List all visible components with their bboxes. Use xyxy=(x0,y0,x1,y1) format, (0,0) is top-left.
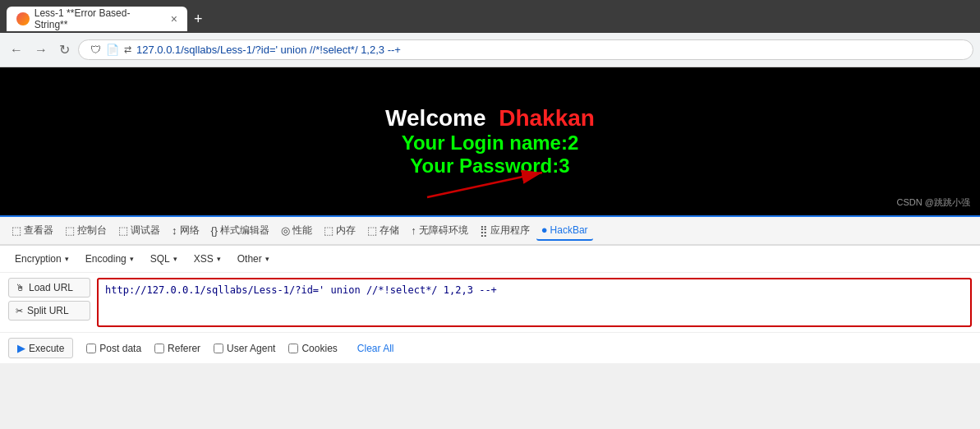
sql-dropdown-icon: ▾ xyxy=(173,255,177,263)
network-label: 网络 xyxy=(180,224,200,238)
refresh-button[interactable]: ↻ xyxy=(56,39,73,61)
devtools-debugger[interactable]: ⬚ 调试器 xyxy=(113,220,165,241)
xss-dropdown-icon: ▾ xyxy=(217,255,221,263)
post-data-label: Post data xyxy=(99,343,141,354)
user-agent-checkbox[interactable] xyxy=(214,344,223,353)
debugger-label: 调试器 xyxy=(131,224,160,238)
split-url-button[interactable]: ✂ Split URL xyxy=(8,301,90,321)
hackbar-panel: Encryption ▾ Encoding ▾ SQL ▾ XSS ▾ Othe… xyxy=(0,245,980,363)
devtools-bar: ⬚ 查看器 ⬚ 控制台 ⬚ 调试器 ↕ 网络 {} 样式编辑器 ◎ 性能 ⬚ 内… xyxy=(0,215,980,245)
referer-checkbox[interactable] xyxy=(154,344,164,353)
execute-play-icon: ▶ xyxy=(17,342,25,354)
split-url-label: Split URL xyxy=(27,305,69,316)
encoding-menu[interactable]: Encoding ▾ xyxy=(79,251,140,267)
sql-menu[interactable]: SQL ▾ xyxy=(144,251,184,267)
style-icon: {} xyxy=(211,224,219,237)
devtools-memory[interactable]: ⬚ 内存 xyxy=(319,220,361,241)
debugger-icon: ⬚ xyxy=(118,224,128,237)
hackbar-label: HackBar xyxy=(550,224,588,236)
url-display: 127.0.0.1/sqllabs/Less-1/?id=' union //*… xyxy=(136,44,961,56)
performance-icon: ◎ xyxy=(281,224,290,237)
console-label: 控制台 xyxy=(77,224,107,238)
load-url-icon: 🖱 xyxy=(16,283,25,293)
page-icon: 📄 xyxy=(106,44,119,56)
storage-icon: ⬚ xyxy=(367,224,377,237)
web-content-area: Welcome Dhakkan Your Login name:2 Your P… xyxy=(0,67,980,215)
tab-close-button[interactable]: × xyxy=(171,12,177,25)
devtools-accessibility[interactable]: ↑ 无障碍环境 xyxy=(406,220,473,241)
application-label: 应用程序 xyxy=(490,224,530,238)
accessibility-icon: ↑ xyxy=(411,224,416,237)
back-button[interactable]: ← xyxy=(7,39,26,61)
other-label: Other xyxy=(237,253,262,265)
application-icon: ⣿ xyxy=(480,224,488,237)
execute-label: Execute xyxy=(29,343,64,354)
encryption-label: Encryption xyxy=(15,253,62,265)
hackbar-dot-icon: ● xyxy=(541,224,548,236)
user-agent-checkbox-label[interactable]: User Agent xyxy=(214,343,275,354)
cookies-checkbox[interactable] xyxy=(288,344,298,353)
split-url-icon: ✂ xyxy=(16,306,23,316)
referer-checkbox-label[interactable]: Referer xyxy=(154,343,200,354)
reader-icon: ⇄ xyxy=(124,44,131,55)
security-shield-icon: 🛡 xyxy=(90,44,101,56)
clear-all-button[interactable]: Clear All xyxy=(357,343,394,354)
referer-label: Referer xyxy=(168,343,200,354)
nav-bar: ← → ↻ 🛡 📄 ⇄ 127.0.0.1/sqllabs/Less-1/?id… xyxy=(0,33,980,67)
post-data-checkbox-label[interactable]: Post data xyxy=(86,343,141,354)
welcome-label: Welcome xyxy=(385,105,485,131)
storage-label: 存储 xyxy=(380,224,399,238)
memory-label: 内存 xyxy=(336,224,356,238)
devtools-storage[interactable]: ⬚ 存储 xyxy=(362,220,404,241)
csdn-watermark: CSDN @跳跳小强 xyxy=(897,196,970,209)
memory-icon: ⬚ xyxy=(324,224,334,237)
browser-tab[interactable]: Less-1 **Error Based- String** × xyxy=(7,7,187,31)
accessibility-label: 无障碍环境 xyxy=(419,224,468,238)
devtools-performance[interactable]: ◎ 性能 xyxy=(276,220,317,241)
post-data-checkbox[interactable] xyxy=(86,344,96,353)
hackbar-footer: ▶ Execute Post data Referer User Agent C… xyxy=(0,332,980,363)
encoding-dropdown-icon: ▾ xyxy=(130,255,134,263)
xss-menu[interactable]: XSS ▾ xyxy=(187,251,228,267)
login-name: Your Login name:2 xyxy=(385,131,595,155)
welcome-message: Welcome Dhakkan Your Login name:2 Your P… xyxy=(385,105,595,178)
hackbar-toolbar: Encryption ▾ Encoding ▾ SQL ▾ XSS ▾ Othe… xyxy=(0,246,980,273)
user-agent-label: User Agent xyxy=(227,343,275,354)
sql-label: SQL xyxy=(150,253,170,265)
firefox-icon xyxy=(16,12,30,25)
devtools-network[interactable]: ↕ 网络 xyxy=(167,220,205,241)
devtools-inspector[interactable]: ⬚ 查看器 xyxy=(7,220,58,241)
style-label: 样式编辑器 xyxy=(220,224,269,238)
encryption-menu[interactable]: Encryption ▾ xyxy=(8,251,76,267)
execute-button[interactable]: ▶ Execute xyxy=(8,338,73,358)
devtools-style-editor[interactable]: {} 样式编辑器 xyxy=(206,220,275,241)
console-icon: ⬚ xyxy=(65,224,75,237)
address-bar[interactable]: 🛡 📄 ⇄ 127.0.0.1/sqllabs/Less-1/?id=' uni… xyxy=(78,39,973,60)
devtools-console[interactable]: ⬚ 控制台 xyxy=(60,220,112,241)
hackbar-tab[interactable]: ● HackBar xyxy=(536,220,593,241)
welcome-name: Dhakkan xyxy=(499,105,595,131)
cookies-label: Cookies xyxy=(301,343,337,354)
hackbar-main: 🖱 Load URL ✂ Split URL http://127.0.0.1/… xyxy=(0,273,980,332)
forward-button[interactable]: → xyxy=(31,39,51,61)
encryption-dropdown-icon: ▾ xyxy=(65,255,69,263)
devtools-application[interactable]: ⣿ 应用程序 xyxy=(475,220,535,241)
url-input[interactable]: http://127.0.0.1/sqllabs/Less-1/?id=' un… xyxy=(97,278,972,327)
encoding-label: Encoding xyxy=(85,253,127,265)
tab-bar: Less-1 **Error Based- String** × + xyxy=(0,0,980,33)
password-text: Your Password:3 xyxy=(385,155,595,178)
performance-label: 性能 xyxy=(292,224,312,238)
other-menu[interactable]: Other ▾ xyxy=(231,251,276,267)
inspector-icon: ⬚ xyxy=(12,224,21,237)
load-url-button[interactable]: 🖱 Load URL xyxy=(8,278,90,298)
other-dropdown-icon: ▾ xyxy=(265,255,269,263)
hackbar-actions: 🖱 Load URL ✂ Split URL xyxy=(8,278,90,321)
network-icon: ↕ xyxy=(172,224,177,237)
new-tab-button[interactable]: + xyxy=(194,11,203,28)
xss-label: XSS xyxy=(194,253,214,265)
inspector-label: 查看器 xyxy=(24,224,53,238)
load-url-label: Load URL xyxy=(29,282,73,293)
tab-title: Less-1 **Error Based- String** xyxy=(35,7,164,30)
cookies-checkbox-label[interactable]: Cookies xyxy=(288,343,337,354)
